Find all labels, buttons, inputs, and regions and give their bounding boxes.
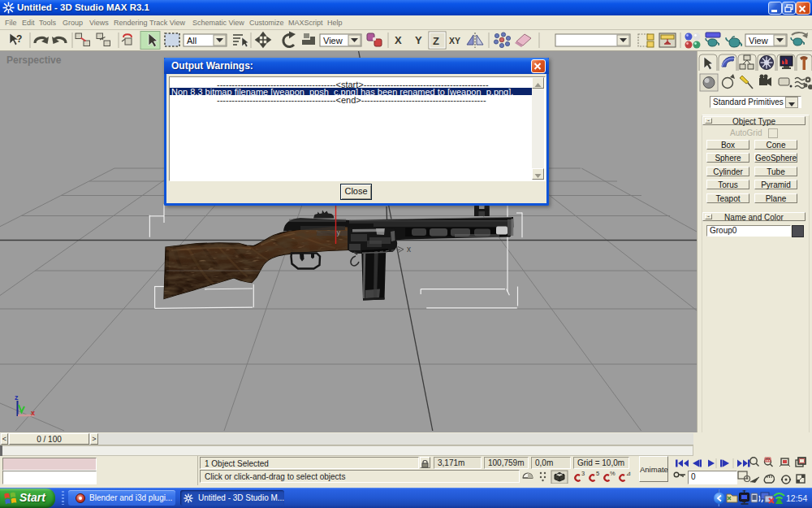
- svg-text:⊿: ⊿: [626, 470, 631, 477]
- svg-text:x: x: [407, 245, 411, 254]
- svg-text:Perspective: Perspective: [6, 54, 62, 66]
- svg-text:Y: Y: [415, 34, 422, 46]
- svg-text:View: View: [323, 36, 343, 46]
- svg-text:5: 5: [596, 470, 599, 477]
- svg-text:z: z: [15, 393, 19, 402]
- svg-text:%: %: [610, 470, 615, 477]
- svg-text:?: ?: [16, 33, 22, 45]
- svg-text:12:54: 12:54: [786, 493, 807, 503]
- svg-text:Z: Z: [433, 35, 439, 47]
- svg-text:X: X: [395, 34, 402, 46]
- svg-text:View: View: [749, 36, 768, 46]
- svg-text:All: All: [187, 36, 197, 46]
- svg-text:x: x: [31, 409, 35, 417]
- svg-text:XY: XY: [449, 36, 460, 46]
- svg-text:y: y: [337, 228, 341, 237]
- svg-text:3: 3: [581, 470, 585, 477]
